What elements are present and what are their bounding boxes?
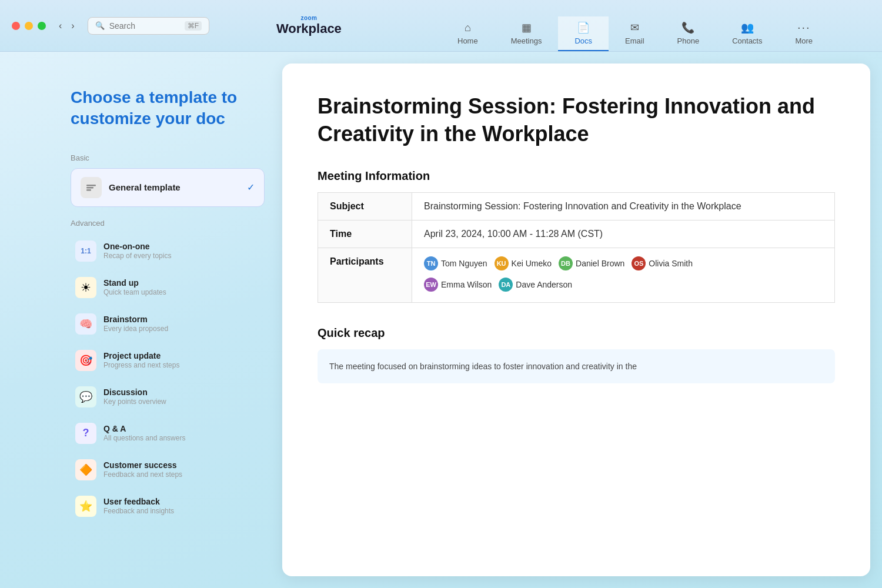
table-row-participants: Participants TNTom NguyenKUKei UmekoDBDa…	[318, 248, 835, 302]
template-user-feedback[interactable]: ⭐ User feedback Feedback and insights	[71, 489, 265, 524]
one-on-one-info: One-on-one Recap of every topics	[103, 242, 260, 260]
email-icon: ✉	[630, 21, 639, 34]
traffic-lights	[12, 22, 46, 30]
template-discussion[interactable]: 💬 Discussion Key points overview	[71, 379, 265, 415]
tab-meetings[interactable]: ▦ Meetings	[495, 16, 559, 51]
one-on-one-desc: Recap of every topics	[103, 252, 260, 260]
participants-cell: TNTom NguyenKUKei UmekoDBDaniel BrownOSO…	[412, 248, 835, 302]
participant: OSOlivia Smith	[632, 256, 693, 270]
participants-list: TNTom NguyenKUKei UmekoDBDaniel BrownOSO…	[424, 256, 823, 294]
advanced-label: Advanced	[71, 219, 265, 228]
home-icon: ⌂	[465, 22, 471, 34]
doc-title: Brainstorming Session: Fostering Innovat…	[318, 93, 835, 148]
meeting-info-heading: Meeting Information	[318, 169, 835, 183]
project-update-icon: 🎯	[75, 350, 96, 371]
docs-icon: 📄	[577, 21, 590, 34]
minimize-button[interactable]	[25, 22, 33, 30]
more-icon: ···	[797, 21, 811, 34]
contacts-icon: 👥	[741, 21, 754, 34]
phone-icon: 📞	[681, 21, 694, 34]
brand: zoom Workplace	[276, 15, 342, 36]
nav-arrows: ‹ ›	[55, 18, 78, 34]
project-update-name: Project update	[103, 351, 260, 360]
participant: TNTom Nguyen	[424, 256, 487, 270]
back-button[interactable]: ‹	[55, 18, 65, 34]
template-one-on-one[interactable]: 1:1 One-on-one Recap of every topics	[71, 233, 265, 269]
page-title: Choose a template to customize your doc	[71, 87, 265, 130]
discussion-info: Discussion Key points overview	[103, 387, 260, 406]
tab-contacts[interactable]: 👥 Contacts	[716, 16, 779, 51]
recap-text: The meeting focused on brainstorming ide…	[329, 362, 637, 371]
customer-success-name: Customer success	[103, 460, 260, 470]
one-on-one-name: One-on-one	[103, 242, 260, 251]
standup-info: Stand up Quick team updates	[103, 278, 260, 296]
template-standup[interactable]: ☀ Stand up Quick team updates	[71, 270, 265, 305]
qa-icon: ?	[75, 423, 96, 444]
brand-name-label: Workplace	[276, 21, 342, 36]
brainstorm-info: Brainstorm Every idea proposed	[103, 315, 260, 333]
search-input[interactable]	[109, 21, 180, 31]
preview-panel: Brainstorming Session: Fostering Innovat…	[282, 64, 870, 576]
participant: KUKei Umeko	[495, 256, 552, 270]
customer-success-info: Customer success Feedback and next steps	[103, 460, 260, 479]
discussion-desc: Key points overview	[103, 397, 260, 406]
table-row-subject: Subject Brainstorming Session: Fostering…	[318, 192, 835, 220]
brainstorm-name: Brainstorm	[103, 315, 260, 324]
project-update-desc: Progress and next steps	[103, 361, 260, 369]
svg-rect-0	[86, 185, 96, 186]
maximize-button[interactable]	[38, 22, 46, 30]
discussion-icon: 💬	[75, 386, 96, 407]
one-on-one-icon: 1:1	[75, 240, 96, 262]
user-feedback-icon: ⭐	[75, 496, 96, 517]
basic-label: Basic	[71, 153, 265, 162]
qa-info: Q & A All questions and answers	[103, 424, 260, 442]
user-feedback-info: User feedback Feedback and insights	[103, 497, 260, 515]
template-brainstorm[interactable]: 🧠 Brainstorm Every idea proposed	[71, 306, 265, 342]
participant: DBDaniel Brown	[559, 256, 624, 270]
tab-contacts-label: Contacts	[732, 36, 762, 45]
tab-email-label: Email	[625, 36, 644, 45]
close-button[interactable]	[12, 22, 20, 30]
subject-value: Brainstorming Session: Fostering Innovat…	[412, 192, 835, 220]
titlebar: ‹ › 🔍 ⌘F zoom Workplace ⌂ Home ▦ Meeting…	[0, 0, 882, 52]
tab-more-label: More	[795, 36, 813, 45]
participants-label: Participants	[318, 248, 412, 302]
nav-tabs: ⌂ Home ▦ Meetings 📄 Docs ✉ Email 📞 Phone…	[441, 0, 829, 51]
template-customer-success[interactable]: 🔶 Customer success Feedback and next ste…	[71, 452, 265, 487]
discussion-name: Discussion	[103, 387, 260, 397]
forward-button[interactable]: ›	[68, 18, 78, 34]
brand-zoom-label: zoom	[300, 15, 317, 21]
tab-phone[interactable]: 📞 Phone	[661, 16, 716, 51]
general-template-icon	[81, 177, 102, 198]
standup-name: Stand up	[103, 278, 260, 288]
user-feedback-desc: Feedback and insights	[103, 507, 260, 515]
main-content: Choose a template to customize your doc …	[0, 52, 882, 588]
general-template-info: General template	[109, 182, 240, 192]
template-picker: Choose a template to customize your doc …	[0, 52, 282, 588]
general-template-name: General template	[109, 182, 240, 192]
time-value: April 23, 2024, 10:00 AM - 11:28 AM (CST…	[412, 220, 835, 248]
recap-heading: Quick recap	[318, 326, 835, 340]
search-bar[interactable]: 🔍 ⌘F	[88, 17, 209, 35]
table-row-time: Time April 23, 2024, 10:00 AM - 11:28 AM…	[318, 220, 835, 248]
tab-docs[interactable]: 📄 Docs	[558, 16, 609, 51]
recap-box: The meeting focused on brainstorming ide…	[318, 349, 835, 383]
template-qa[interactable]: ? Q & A All questions and answers	[71, 416, 265, 451]
customer-success-desc: Feedback and next steps	[103, 470, 260, 479]
participant: DADave Anderson	[499, 278, 572, 292]
template-project-update[interactable]: 🎯 Project update Progress and next steps	[71, 343, 265, 378]
time-label: Time	[318, 220, 412, 248]
template-general[interactable]: General template ✓	[71, 168, 265, 207]
standup-icon: ☀	[75, 277, 96, 298]
qa-name: Q & A	[103, 424, 260, 433]
tab-meetings-label: Meetings	[511, 36, 542, 45]
user-feedback-name: User feedback	[103, 497, 260, 506]
brainstorm-desc: Every idea proposed	[103, 325, 260, 333]
project-update-info: Project update Progress and next steps	[103, 351, 260, 369]
tab-more[interactable]: ··· More	[779, 16, 829, 51]
standup-desc: Quick team updates	[103, 288, 260, 296]
tab-email[interactable]: ✉ Email	[609, 16, 661, 51]
tab-home[interactable]: ⌂ Home	[441, 17, 495, 51]
search-shortcut: ⌘F	[185, 21, 202, 31]
selected-check-icon: ✓	[247, 182, 255, 193]
